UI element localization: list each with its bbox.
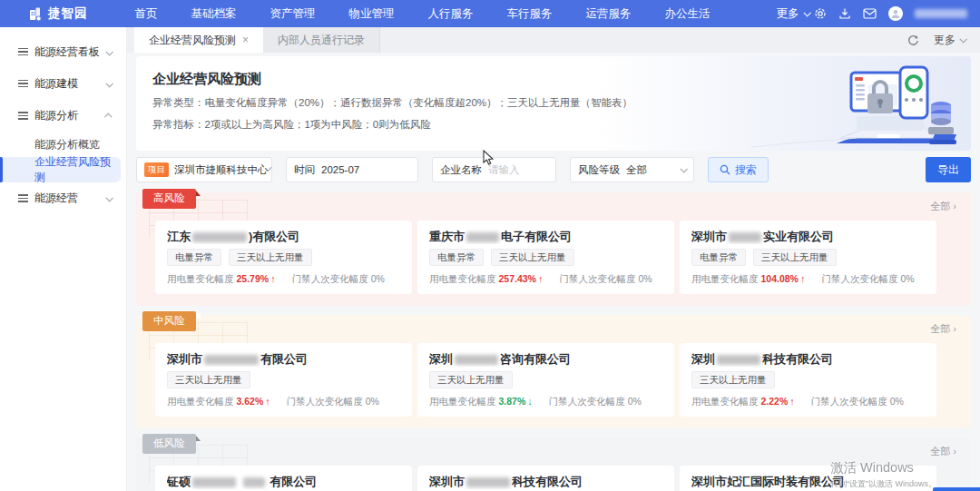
time-field[interactable]: 时间 2025-07 <box>286 157 418 182</box>
tab-actions: 更多 <box>907 27 965 53</box>
stat-label: 门禁人次变化幅度 <box>287 396 363 407</box>
gear-icon[interactable] <box>814 7 827 20</box>
risk-tag: 三天以上无用量 <box>691 371 775 388</box>
company-name: 深圳市有限公司 <box>167 351 400 367</box>
trend-down-icon: ↓ <box>527 396 533 407</box>
tab-0[interactable]: 企业经营风险预测× <box>134 27 263 53</box>
card-stats: 用电量变化幅度2.22%↑门禁人次变化幅度0% <box>691 396 925 408</box>
search-button-label: 搜索 <box>735 162 757 178</box>
username-blurred[interactable] <box>915 9 967 18</box>
top-nav-item-1[interactable]: 基础档案 <box>191 6 237 22</box>
stat-label: 用电量变化幅度 <box>167 396 234 407</box>
stat-value: 2.22% <box>761 396 789 407</box>
anomaly-tags: 电量异常三天以上无用量 <box>429 249 662 266</box>
stat: 门禁人次变化幅度0% <box>811 396 904 408</box>
stat-value: 0% <box>900 273 914 284</box>
card-stats: 用电量变化幅度25.79%↑门禁人次变化幅度0% <box>167 273 400 286</box>
chevron-down-icon <box>105 48 113 55</box>
clipped-blue-button[interactable] <box>933 487 980 491</box>
chevron-down-icon <box>680 165 687 172</box>
company-name-field[interactable]: 企业名称 <box>432 157 556 182</box>
tab-1[interactable]: 内部人员通行记录 <box>263 27 380 53</box>
stat: 用电量变化幅度257.43%↑ <box>429 273 543 286</box>
risk-tag: 三天以上无用量 <box>229 249 312 266</box>
sidebar-group-0[interactable]: 能源经营看板 <box>0 36 126 68</box>
blurred-text <box>455 355 498 365</box>
stat: 门禁人次变化幅度0% <box>821 273 914 286</box>
tab-label: 内部人员通行记录 <box>278 33 365 48</box>
top-nav-item-4[interactable]: 人行服务 <box>428 6 474 22</box>
risk-level-value: 全部 <box>626 163 647 177</box>
user-avatar[interactable] <box>888 6 903 21</box>
nav-more[interactable]: 更多 <box>777 6 809 22</box>
view-all-link-medium[interactable]: 全部 › <box>930 322 956 336</box>
nav-more-label: 更多 <box>777 6 799 22</box>
sidebar-group-2[interactable]: 能源分析 <box>0 100 126 132</box>
chevron-down-icon <box>803 9 810 16</box>
company-card[interactable]: 深圳咨询有限公司三天以上无用量用电量变化幅度3.87%↓门禁人次变化幅度0% <box>417 343 674 417</box>
sidebar-group-1[interactable]: 能源建模 <box>0 68 126 100</box>
menu-lines-icon <box>18 194 28 202</box>
app-logo[interactable]: 捷智园 <box>27 5 88 22</box>
company-card[interactable]: 江东)有限公司电量异常三天以上无用量用电量变化幅度25.79%↑门禁人次变化幅度… <box>155 221 412 294</box>
card-stats: 用电量变化幅度257.43%↑门禁人次变化幅度0% <box>429 273 662 286</box>
sidebar: 能源经营看板能源建模能源分析能源分析概览企业经营风险预测能源经营 <box>0 27 127 491</box>
company-card[interactable]: 重庆市电子有限公司电量异常三天以上无用量用电量变化幅度257.43%↑门禁人次变… <box>417 221 674 294</box>
risk-ribbon-medium: 中风险 <box>142 311 196 331</box>
top-nav-item-5[interactable]: 车行服务 <box>507 6 553 22</box>
company-card[interactable]: 钲硕 有限公司用电量变化幅度0%门禁人次变化幅度0% <box>155 466 412 491</box>
main-area: 企业经营风险预测×内部人员通行记录 更多 企业经营风险预测 异常类型：电量变化幅… <box>127 27 980 491</box>
risk-level-select[interactable]: 风险等级 全部 <box>570 157 694 182</box>
export-button[interactable]: 导出 <box>926 157 971 182</box>
view-all-link-high[interactable]: 全部 › <box>930 200 956 213</box>
stat-label: 门禁人次变化幅度 <box>549 396 625 407</box>
download-icon[interactable] <box>838 7 851 20</box>
tab-label: 企业经营风险预测 <box>149 33 236 48</box>
risk-section-low: 低风险全部 ›钲硕 有限公司用电量变化幅度0%门禁人次变化幅度0%深圳市科技有限… <box>136 437 971 491</box>
company-card[interactable]: 深圳市实业有限公司电量异常三天以上无用量用电量变化幅度104.08%↑门禁人次变… <box>680 221 936 294</box>
search-button[interactable]: 搜索 <box>708 157 769 182</box>
project-tag-badge: 项目 <box>144 162 169 177</box>
anomaly-tags: 三天以上无用量 <box>429 371 662 388</box>
chevron-down-icon <box>105 194 113 201</box>
blurred-text <box>204 355 259 365</box>
project-select[interactable]: 项目 深圳市捷顺科技中心 <box>136 157 272 182</box>
sidebar-item-label: 企业经营风险预测 <box>34 154 121 185</box>
company-name-input[interactable] <box>488 164 543 175</box>
company-card[interactable]: 深圳市妃汇国际时装有限公司用电量变化幅度1.49%↓门禁人次变化幅度0% <box>680 466 936 491</box>
close-icon[interactable]: × <box>242 34 249 45</box>
stat-label: 门禁人次变化幅度 <box>811 396 887 407</box>
mail-icon[interactable] <box>863 8 877 19</box>
card-stats: 用电量变化幅度3.87%↓门禁人次变化幅度0% <box>429 396 662 408</box>
sidebar-item-4[interactable]: 企业经营风险预测 <box>0 157 121 182</box>
sidebar-item-3[interactable]: 能源分析概览 <box>0 132 126 157</box>
project-select-value: 深圳市捷顺科技中心 <box>174 163 269 177</box>
risk-tag: 电量异常 <box>691 249 746 266</box>
company-card[interactable]: 深圳市有限公司三天以上无用量用电量变化幅度3.62%↑门禁人次变化幅度0% <box>155 343 412 417</box>
company-name: 钲硕 有限公司 <box>167 474 400 489</box>
blurred-text <box>466 232 499 242</box>
risk-tag: 三天以上无用量 <box>753 249 837 266</box>
person-icon <box>890 8 901 19</box>
top-nav-item-7[interactable]: 办公生活 <box>665 6 710 22</box>
view-all-link-low[interactable]: 全部 › <box>930 445 956 458</box>
sidebar-group-5[interactable]: 能源经营 <box>0 182 126 214</box>
top-nav-item-6[interactable]: 运营服务 <box>586 6 632 22</box>
tabbar-more[interactable]: 更多 <box>934 33 965 48</box>
company-card[interactable]: 深圳市科技有限公司用电量变化幅度2.37%↓门禁人次变化幅度0% <box>417 466 674 491</box>
top-nav-item-3[interactable]: 物业管理 <box>349 6 395 22</box>
refresh-icon[interactable] <box>907 34 919 46</box>
stat-label: 用电量变化幅度 <box>691 273 759 284</box>
card-stats: 用电量变化幅度3.62%↑门禁人次变化幅度0% <box>167 396 400 408</box>
blurred-text <box>466 477 510 487</box>
time-label: 时间 <box>294 163 315 177</box>
company-card[interactable]: 深圳科技有限公司三天以上无用量用电量变化幅度2.22%↑门禁人次变化幅度0% <box>680 343 936 417</box>
stat: 用电量变化幅度2.22%↑ <box>691 396 795 408</box>
sidebar-group-label: 能源建模 <box>34 76 78 92</box>
top-nav-item-2[interactable]: 资产管理 <box>270 6 316 22</box>
top-nav-item-0[interactable]: 首页 <box>135 6 158 22</box>
blurred-text <box>192 477 236 487</box>
company-name-label: 企业名称 <box>440 163 482 177</box>
anomaly-tags: 电量异常三天以上无用量 <box>691 249 925 266</box>
chevron-up-icon <box>104 113 112 120</box>
